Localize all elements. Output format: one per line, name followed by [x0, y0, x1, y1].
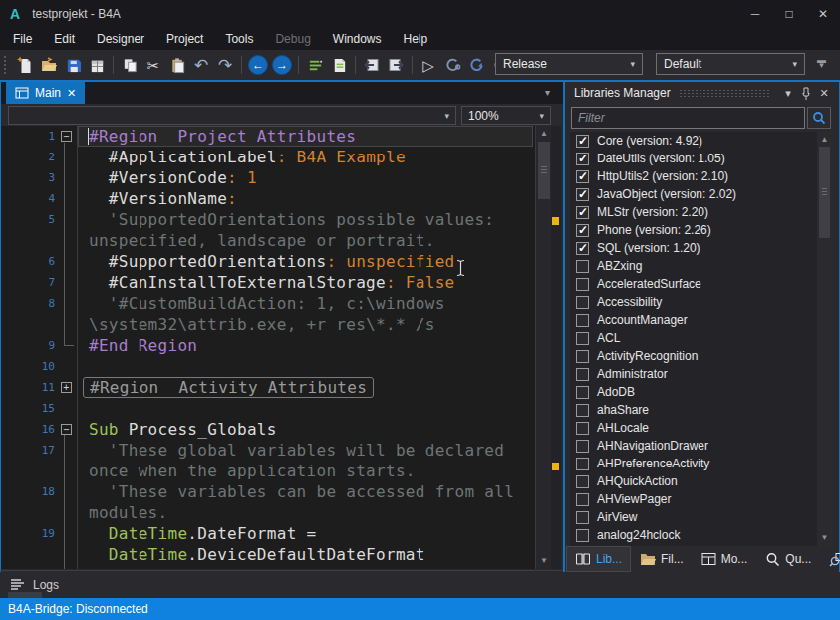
- library-checkbox[interactable]: [576, 422, 589, 435]
- library-checkbox[interactable]: [576, 458, 589, 470]
- panel-close-icon[interactable]: ✕: [815, 85, 833, 101]
- code-line[interactable]: 11+#Region Activity Attributes: [1, 377, 535, 398]
- library-item[interactable]: AHLocale: [570, 419, 817, 437]
- scroll-down-icon[interactable]: ▼: [536, 554, 552, 568]
- build-configuration-select[interactable]: Release ▾: [495, 53, 643, 75]
- library-checkbox[interactable]: [576, 260, 589, 273]
- panel-tab-modules[interactable]: Mo...: [694, 547, 756, 571]
- toolbar-grip[interactable]: [3, 55, 8, 75]
- panel-tab-libraries[interactable]: Lib...: [567, 547, 630, 571]
- library-item[interactable]: ahaShare: [570, 401, 817, 419]
- library-checkbox[interactable]: [576, 404, 589, 417]
- library-item[interactable]: analog24hclock: [570, 526, 817, 544]
- panel-tab-quick-search[interactable]: Qu...: [757, 547, 819, 571]
- library-checkbox[interactable]: [576, 153, 589, 165]
- panel-tab-find[interactable]: Fin...: [821, 547, 840, 571]
- comment-button[interactable]: [303, 52, 327, 78]
- scroll-up-icon[interactable]: ▲: [817, 133, 832, 147]
- toolbar-overflow-button[interactable]: ▬▾: [817, 58, 826, 68]
- panel-tab-files[interactable]: Fil...: [632, 547, 692, 571]
- export-project-button[interactable]: [85, 52, 109, 78]
- fold-toggle-icon[interactable]: −: [55, 126, 77, 147]
- run-configuration-select[interactable]: Default ▾: [656, 53, 805, 75]
- library-checkbox[interactable]: [576, 493, 589, 506]
- library-item[interactable]: AHViewPager: [570, 490, 817, 508]
- code-editor[interactable]: 1−#Region Project Attributes2 #Applicati…: [1, 126, 535, 569]
- library-item[interactable]: MLStr (version: 2.20): [570, 203, 817, 221]
- library-checkbox[interactable]: [576, 170, 589, 183]
- menu-edit[interactable]: Edit: [43, 32, 86, 46]
- fold-toggle-icon[interactable]: −: [55, 419, 77, 440]
- code-line[interactable]: DateTime.DeviceDefaultDateFormat: [1, 544, 535, 565]
- redo-button[interactable]: ↷: [213, 52, 237, 78]
- code-line[interactable]: 15: [1, 398, 535, 419]
- navigate-back-button[interactable]: ←: [246, 52, 270, 78]
- library-checkbox[interactable]: [576, 188, 589, 201]
- library-item[interactable]: HttpUtils2 (version: 2.10): [570, 167, 817, 185]
- minimize-button[interactable]: ─: [738, 0, 772, 28]
- library-checkbox[interactable]: [576, 278, 589, 291]
- logs-tab[interactable]: Logs: [33, 578, 59, 592]
- library-item[interactable]: AHQuickAction: [570, 472, 817, 490]
- scrollbar-thumb[interactable]: [819, 147, 830, 238]
- code-line[interactable]: once when the application starts.: [1, 461, 535, 481]
- scroll-up-icon[interactable]: ▲: [536, 127, 552, 141]
- scrollbar-thumb[interactable]: [538, 142, 550, 199]
- attach-debugger-button[interactable]: [440, 52, 464, 78]
- library-checkbox[interactable]: [576, 242, 589, 255]
- previous-module-button[interactable]: [360, 52, 384, 78]
- filter-search-button[interactable]: [807, 107, 831, 129]
- tab-list-dropdown[interactable]: ▾: [545, 87, 550, 98]
- run-button[interactable]: ▷: [417, 52, 440, 78]
- filter-input[interactable]: [571, 107, 805, 129]
- library-scrollbar[interactable]: ▲ ▼: [817, 132, 832, 546]
- library-item[interactable]: AHPreferenceActivity: [570, 455, 817, 472]
- code-line[interactable]: 9#End Region: [1, 335, 535, 356]
- code-line[interactable]: 8 '#CustomBuildAction: 1, c:\windows: [1, 293, 535, 314]
- copy-button[interactable]: [118, 52, 141, 78]
- resume-button[interactable]: [464, 52, 488, 78]
- cut-button[interactable]: ✂: [141, 52, 165, 78]
- library-item[interactable]: SQL (version: 1.20): [570, 239, 817, 257]
- code-line[interactable]: 4 #VersionName:: [1, 188, 535, 209]
- panel-grip[interactable]: [679, 89, 771, 98]
- code-line[interactable]: 5 'SupportedOrientations possible values…: [1, 209, 535, 230]
- smart-strings-button[interactable]: [327, 52, 351, 78]
- library-checkbox[interactable]: [576, 529, 589, 542]
- menu-file[interactable]: File: [2, 32, 43, 46]
- library-checkbox[interactable]: [576, 475, 589, 488]
- menu-help[interactable]: Help: [393, 32, 439, 46]
- library-item[interactable]: DateUtils (version: 1.05): [570, 150, 817, 167]
- library-item[interactable]: ActivityRecognition: [570, 347, 817, 365]
- library-item[interactable]: JavaObject (version: 2.02): [570, 185, 817, 203]
- library-checkbox[interactable]: [576, 224, 589, 237]
- menu-tools[interactable]: Tools: [214, 32, 264, 46]
- library-item[interactable]: Core (version: 4.92): [570, 132, 817, 150]
- library-checkbox[interactable]: [576, 511, 589, 524]
- code-line[interactable]: modules.: [1, 502, 535, 523]
- new-project-button[interactable]: [13, 52, 37, 78]
- library-item[interactable]: ACL: [570, 329, 817, 347]
- library-checkbox[interactable]: [576, 368, 589, 381]
- code-line[interactable]: unspecified, landscape or portrait.: [1, 230, 535, 251]
- menu-windows[interactable]: Windows: [322, 32, 393, 46]
- code-line[interactable]: 1−#Region Project Attributes: [1, 126, 535, 147]
- library-checkbox[interactable]: [576, 314, 589, 327]
- library-item[interactable]: Phone (version: 2.26): [570, 221, 817, 239]
- library-checkbox[interactable]: [576, 350, 589, 363]
- code-line[interactable]: 19 DateTime.DateFormat =: [1, 523, 535, 544]
- code-line[interactable]: 3 #VersionCode: 1: [1, 167, 535, 188]
- library-item[interactable]: AcceleratedSurface: [570, 275, 817, 293]
- library-checkbox[interactable]: [576, 296, 589, 309]
- zoom-select[interactable]: 100% ▾: [461, 106, 551, 125]
- member-select[interactable]: ▾: [8, 106, 456, 125]
- menu-project[interactable]: Project: [155, 32, 214, 46]
- library-checkbox[interactable]: [576, 440, 589, 453]
- library-checkbox[interactable]: [576, 135, 589, 148]
- paste-button[interactable]: [165, 52, 189, 78]
- undo-button[interactable]: ↶: [189, 52, 213, 78]
- tab-close-icon[interactable]: ✕: [67, 87, 76, 100]
- code-line[interactable]: \system32\attrib.exe, +r res\*.* /s: [1, 314, 535, 335]
- pin-icon[interactable]: [797, 85, 815, 101]
- library-checkbox[interactable]: [576, 386, 589, 399]
